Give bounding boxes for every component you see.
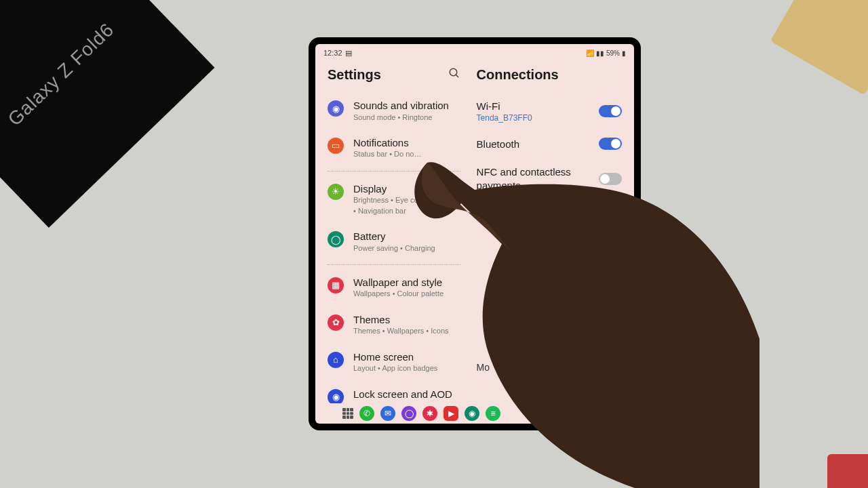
divider — [328, 171, 460, 171]
settings-title: Settings — [328, 67, 381, 83]
nfc-toggle[interactable] — [599, 173, 622, 185]
apps-grid-icon[interactable] — [342, 408, 353, 419]
settings-item-battery[interactable]: ◯ Battery Power saving • Charging — [328, 223, 460, 260]
conn-title: Bluetooth — [477, 138, 599, 151]
whatsapp-app-icon[interactable]: ◉ — [465, 406, 479, 421]
connections-panel: Connections Wi-Fi Tenda_B73FF0 Bluetooth — [469, 62, 634, 403]
messages-app-icon[interactable]: ✉ — [380, 406, 395, 421]
status-card-icon: ▤ — [345, 49, 352, 58]
status-bar: 12:32 ▤ 📶 ▮▮ 59% ▮ — [315, 44, 634, 62]
item-subtitle: Status bar • Do no… — [353, 149, 460, 159]
box-label: Galaxy Z Fold6 — [4, 19, 119, 131]
search-icon[interactable] — [448, 67, 460, 83]
content-split: Settings ◉ Sounds and vibration Sound mo… — [315, 62, 634, 403]
taskbar: ✆ ✉ ◯ ✱ ▶ ◉ ≡ — [315, 403, 634, 424]
divider — [328, 264, 460, 265]
battery-text: 59% — [606, 49, 620, 57]
settings-item-home-screen[interactable]: ⌂ Home screen Layout • App icon badges — [328, 344, 460, 381]
youtube-app-icon[interactable]: ▶ — [443, 406, 458, 421]
status-time: 12:32 — [323, 49, 342, 57]
phone-app-icon[interactable]: ✆ — [359, 406, 374, 421]
settings-item-sounds[interactable]: ◉ Sounds and vibration Sound mode • Ring… — [328, 92, 460, 129]
settings-item-themes[interactable]: ✿ Themes Themes • Wallpapers • Icons — [328, 306, 460, 344]
watermark-strip — [827, 454, 868, 488]
conn-title: NFC and contactless payments — [477, 165, 599, 192]
battery-icon: ▮ — [622, 49, 626, 57]
connections-title: Connections — [477, 67, 559, 83]
sun-icon: ☀ — [328, 184, 344, 200]
svg-line-1 — [456, 75, 458, 77]
conn-item-nfc[interactable]: NFC and contactless payments — [477, 158, 622, 199]
item-title: Battery — [353, 230, 460, 243]
settings-panel: Settings ◉ Sounds and vibration Sound mo… — [315, 62, 469, 403]
item-subtitle: Layout • App icon badges — [353, 363, 460, 373]
wood-prop — [770, 0, 868, 96]
home-icon: ⌂ — [328, 352, 344, 368]
palette-icon: ✿ — [328, 314, 344, 331]
conn-item-bluetooth[interactable]: Bluetooth — [477, 130, 622, 159]
settings-item-wallpaper[interactable]: ▦ Wallpaper and style Wallpapers • Colou… — [328, 269, 460, 306]
item-subtitle: Wallpapers • Colour palette — [353, 289, 460, 299]
viber-app-icon[interactable]: ◯ — [401, 406, 416, 421]
lock-icon: ◉ — [328, 389, 344, 403]
svg-point-0 — [450, 68, 457, 76]
product-box-prop: Galaxy Z Fold6 — [0, 0, 214, 228]
wifi-icon: 📶 — [586, 49, 594, 57]
item-subtitle: Power saving • Charging — [353, 243, 460, 253]
item-title: Home screen — [353, 350, 460, 364]
item-title: Sounds and vibration — [353, 99, 460, 113]
conn-sub: Tenda_B73FF0 — [477, 113, 599, 123]
image-icon: ▦ — [328, 277, 344, 293]
device-frame: 12:32 ▤ 📶 ▮▮ 59% ▮ Settings ◉ — [309, 37, 641, 430]
more-row[interactable]: Mo — [477, 355, 622, 380]
conn-title: Wi-Fi — [477, 100, 599, 113]
device-screen: 12:32 ▤ 📶 ▮▮ 59% ▮ Settings ◉ — [315, 44, 634, 424]
item-subtitle: Brightness • Eye comfort shield • Naviga… — [353, 195, 460, 216]
volume-icon: ◉ — [328, 100, 344, 117]
settings-item-display[interactable]: ☀ Display Brightness • Eye comfort shiel… — [328, 176, 460, 223]
item-title: Lock screen and AOD — [353, 388, 460, 401]
bluetooth-toggle[interactable] — [599, 138, 622, 150]
signal-icon: ▮▮ — [596, 49, 604, 57]
item-title: Wallpaper and style — [353, 276, 460, 289]
bell-icon: ▭ — [328, 138, 344, 154]
item-title: Themes — [353, 313, 460, 327]
spotify-app-icon[interactable]: ≡ — [486, 406, 500, 421]
item-title: Notifications — [353, 136, 460, 150]
settings-item-notifications[interactable]: ▭ Notifications Status bar • Do no… — [328, 129, 460, 167]
battery-ring-icon: ◯ — [328, 231, 344, 247]
conn-item-wifi[interactable]: Wi-Fi Tenda_B73FF0 — [477, 92, 622, 130]
item-subtitle: Sound mode • Ringtone — [353, 113, 460, 123]
item-title: Display — [353, 182, 460, 196]
item-subtitle: Themes • Wallpapers • Icons — [353, 326, 460, 336]
settings-item-lock-screen[interactable]: ◉ Lock screen and AOD — [328, 381, 460, 403]
gallery-app-icon[interactable]: ✱ — [422, 406, 437, 421]
wifi-toggle[interactable] — [599, 105, 622, 117]
